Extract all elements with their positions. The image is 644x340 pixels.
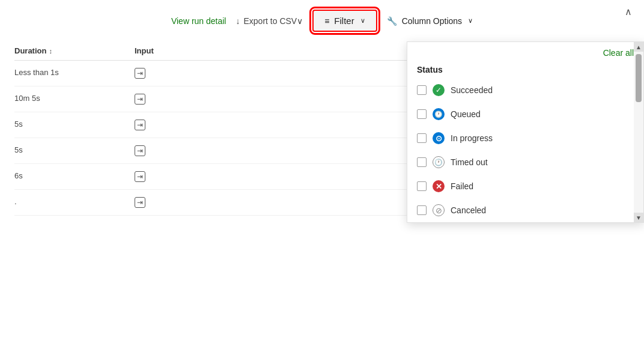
filter-dropdown-panel: Clear all Status ✓ Succeeded 🕐 Queued ⊙ … (407, 41, 644, 223)
download-icon: ↓ (235, 16, 240, 26)
cell-duration: . (14, 197, 135, 208)
cell-duration: Less than 1s (14, 68, 135, 79)
export-csv-dropdown-button[interactable]: ∨ (297, 16, 303, 26)
scrollbar-middle (634, 52, 643, 213)
filter-item-failed[interactable]: ✕ Failed (407, 174, 643, 198)
filter-button[interactable]: ≡ Filter ∨ (312, 10, 377, 32)
cell-input: ⇥ (135, 197, 255, 208)
queued-icon: 🕐 (433, 108, 445, 120)
status-section-label: Status (407, 60, 643, 78)
wrench-icon: 🔧 (387, 16, 397, 26)
cell-duration: 6s (14, 171, 135, 182)
filter-item-timedout[interactable]: 🕐 Timed out (407, 150, 643, 174)
clear-row: Clear all (407, 42, 643, 60)
view-run-detail-button[interactable]: View run detail (171, 16, 226, 26)
column-options-button[interactable]: 🔧 Column Options ∨ (387, 16, 473, 26)
checkbox-queued[interactable] (417, 109, 427, 119)
cell-input: ⇥ (135, 171, 255, 182)
input-link-icon[interactable]: ⇥ (135, 145, 145, 156)
checkbox-timedout[interactable] (417, 157, 427, 167)
main-content: Duration ↕ Input Less than 1s ⇥ 10m 5s ⇥… (0, 41, 644, 216)
checkbox-canceled[interactable] (417, 205, 427, 215)
filter-label-succeeded: Succeeded (451, 85, 493, 95)
failed-icon: ✕ (433, 180, 445, 192)
filter-label-failed: Failed (451, 181, 473, 191)
scrollbar-down-arrow[interactable]: ▼ (634, 213, 643, 222)
col-header-duration: Duration ↕ (14, 46, 135, 55)
input-link-icon[interactable]: ⇥ (135, 120, 145, 130)
filter-label-queued: Queued (451, 109, 481, 119)
input-link-icon[interactable]: ⇥ (135, 68, 145, 79)
cell-input: ⇥ (135, 94, 255, 105)
inprogress-icon: ⊙ (433, 132, 445, 144)
scrollbar-up-arrow[interactable]: ▲ (634, 42, 643, 52)
scrollbar-thumb[interactable] (636, 54, 642, 102)
col-header-input: Input (135, 46, 255, 55)
cell-input: ⇥ (135, 120, 255, 130)
checkbox-inprogress[interactable] (417, 133, 427, 143)
input-link-icon[interactable]: ⇥ (135, 94, 145, 105)
clear-all-button[interactable]: Clear all (603, 48, 634, 58)
checkbox-succeeded[interactable] (417, 85, 427, 95)
cell-duration: 5s (14, 145, 135, 156)
scrollbar-track: ▲ ▼ (634, 42, 643, 222)
succeeded-icon: ✓ (433, 84, 445, 96)
sort-icon[interactable]: ↕ (49, 47, 52, 55)
filter-item-queued[interactable]: 🕐 Queued (407, 102, 643, 126)
export-csv-button[interactable]: ↓ Export to CSV (235, 16, 297, 26)
input-link-icon[interactable]: ⇥ (135, 171, 145, 182)
filter-item-succeeded[interactable]: ✓ Succeeded (407, 78, 643, 102)
filter-item-inprogress[interactable]: ⊙ In progress (407, 126, 643, 150)
filter-label-canceled: Canceled (451, 205, 486, 215)
cell-input: ⇥ (135, 68, 255, 79)
filter-lines-icon: ≡ (324, 16, 329, 26)
filter-label-timedout: Timed out (451, 157, 488, 167)
filter-label-inprogress: In progress (451, 133, 493, 143)
cell-input: ⇥ (135, 145, 255, 156)
cell-duration: 5s (14, 120, 135, 130)
timedout-icon: 🕐 (433, 156, 445, 168)
filter-item-canceled[interactable]: ⊘ Canceled (407, 198, 643, 222)
toolbar: View run detail ↓ Export to CSV ∨ ≡ Filt… (0, 0, 644, 41)
cell-duration: 10m 5s (14, 94, 135, 105)
export-csv-group: ↓ Export to CSV ∨ (235, 16, 303, 26)
checkbox-failed[interactable] (417, 181, 427, 191)
input-link-icon[interactable]: ⇥ (135, 197, 145, 208)
canceled-icon: ⊘ (433, 204, 445, 216)
